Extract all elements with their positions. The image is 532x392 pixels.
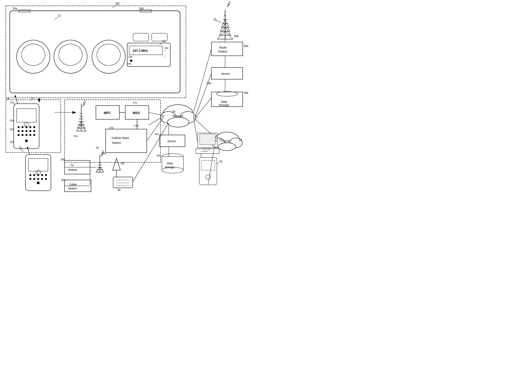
label-34: 34 [118, 188, 121, 191]
keyboard-lines: ════ [201, 150, 208, 153]
label-13a: 13a [9, 119, 14, 122]
svg-point-47 [18, 126, 19, 128]
svg-point-110 [218, 143, 236, 151]
svg-line-34 [216, 21, 221, 23]
svg-point-51 [33, 126, 35, 128]
svg-point-54 [25, 130, 27, 132]
svg-point-50 [29, 126, 31, 128]
data-storage-mid-label: Data [167, 162, 173, 165]
svg-line-82 [21, 149, 24, 152]
svg-point-76 [33, 178, 35, 180]
svg-point-68 [27, 147, 28, 149]
svg-point-104 [167, 117, 189, 127]
svg-point-9 [22, 44, 45, 65]
label-29c: 29c [155, 133, 159, 135]
svg-point-10 [59, 44, 82, 65]
svg-rect-100 [106, 129, 147, 153]
label-24b: 24b [139, 7, 144, 10]
label-11: 11 [31, 96, 34, 99]
svg-rect-46 [17, 109, 36, 122]
label-13b: 13b [9, 128, 14, 131]
phone-i-symbol: I [25, 124, 26, 126]
frequency-display: 107.3 MHz [133, 49, 148, 52]
svg-point-73 [41, 174, 43, 176]
mpc-label: MPC [104, 111, 111, 115]
svg-point-57 [18, 134, 19, 136]
svg-point-11 [97, 44, 120, 65]
label-30e: 30e [61, 179, 65, 182]
svg-point-53 [22, 130, 24, 132]
label-30c: 30c [61, 158, 65, 161]
label-29b: 29b [244, 91, 248, 94]
svg-point-17 [130, 60, 132, 62]
svg-point-72 [37, 174, 39, 176]
svg-rect-150 [113, 177, 133, 188]
svg-line-130 [196, 73, 211, 115]
svg-rect-35 [211, 42, 243, 56]
svg-point-75 [29, 178, 31, 180]
data-storage-top-label2: Storage [219, 103, 229, 107]
label-12b: 12b [9, 140, 14, 143]
pstn-label: PSTN [222, 140, 230, 143]
label-27c: 27c [133, 101, 137, 104]
svg-point-58 [22, 134, 24, 136]
label-27d: 27d [134, 124, 138, 127]
mso-label: MSO [133, 111, 140, 115]
svg-line-124 [201, 154, 202, 158]
data-storage-top-label: Data [221, 100, 227, 103]
cellular-base-label: Cellular Base [112, 136, 129, 140]
label-30b: 30b [234, 35, 239, 38]
server-top-label: Server [221, 72, 230, 75]
label-30f: 30f [121, 162, 124, 165]
diagram-svg: 20 24a 24b 21 22 107.3 MHz 23a 23c ↑ ↓ 2… [0, 0, 266, 196]
label-23a: 23a [128, 55, 132, 58]
label-21: 21 [58, 14, 61, 17]
svg-line-67 [28, 148, 29, 154]
label-20: 20 [115, 2, 119, 6]
svg-line-64 [13, 103, 16, 106]
svg-line-5 [55, 17, 57, 19]
svg-line-1 [113, 5, 115, 8]
label-26: 26 [96, 146, 99, 149]
label-30d: 30d [102, 152, 106, 155]
label-30a: 30a [244, 44, 248, 47]
svg-point-80 [37, 182, 40, 184]
label-27a: 27a [73, 135, 78, 138]
label-29d: 29d [157, 154, 161, 157]
tv-station-label2: Station [68, 168, 77, 171]
label-32: 32 [239, 138, 242, 141]
label-24a: 24a [13, 7, 17, 10]
cable-station-label2: Station [68, 187, 77, 190]
server-mid-label: Server [167, 140, 176, 143]
svg-rect-12 [133, 33, 149, 41]
svg-rect-66 [25, 154, 51, 191]
down-arrow: ↓ [164, 54, 166, 57]
label-33: 33 [219, 160, 222, 163]
svg-point-79 [45, 178, 47, 180]
svg-point-77 [37, 178, 39, 180]
cellular-base-label2: Station [112, 141, 121, 144]
cable-station-label: Cable [69, 183, 77, 186]
network-label: Network [173, 114, 184, 117]
svg-rect-123 [199, 158, 217, 185]
label-29a: 29a [207, 82, 211, 85]
svg-point-60 [29, 134, 31, 136]
svg-line-105 [147, 117, 163, 141]
svg-marker-148 [113, 159, 120, 170]
radio-station-label2: Station [218, 50, 227, 53]
up-arrow: ↑ [164, 49, 166, 52]
label-27b: 27b [109, 126, 113, 129]
svg-rect-2 [10, 11, 180, 93]
svg-point-61 [33, 134, 35, 136]
svg-point-38 [216, 92, 238, 96]
svg-point-74 [45, 174, 47, 176]
svg-line-65 [30, 99, 32, 102]
svg-point-56 [33, 130, 35, 132]
svg-line-131 [196, 98, 211, 117]
svg-rect-42 [6, 100, 61, 153]
svg-line-127 [217, 163, 219, 164]
label-31: 31 [219, 138, 222, 141]
svg-point-45 [14, 95, 16, 97]
svg-rect-125 [201, 160, 215, 170]
svg-point-70 [29, 174, 31, 176]
